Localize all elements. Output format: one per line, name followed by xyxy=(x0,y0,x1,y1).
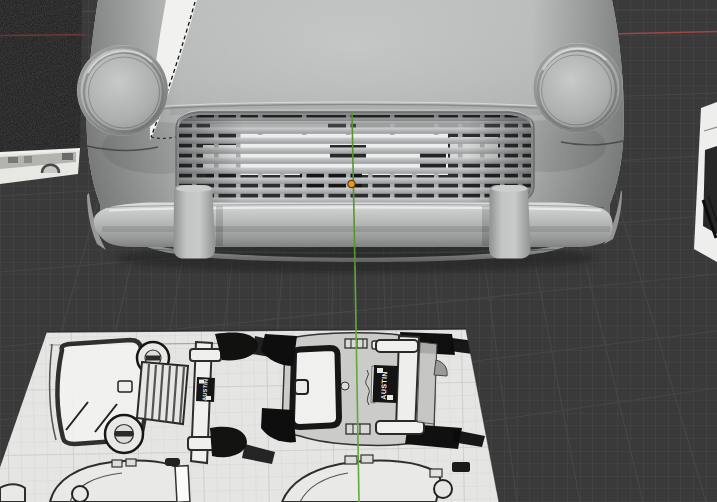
origin-point xyxy=(348,180,355,187)
reference-image-left-dark[interactable] xyxy=(0,0,82,184)
3d-viewport[interactable]: AUSTIN xyxy=(0,0,717,502)
bumper-overrider-right xyxy=(489,185,531,259)
strip-mark xyxy=(62,153,73,160)
headlight-left xyxy=(77,45,168,136)
overrider-shadow xyxy=(216,206,223,246)
strip-mark xyxy=(8,157,18,163)
strip-mark xyxy=(24,156,32,163)
strip-hinge-mark xyxy=(42,165,59,173)
headlight-right xyxy=(533,43,623,133)
rear-plate-text: AUSTIN xyxy=(380,371,388,400)
overrider-shadow xyxy=(482,206,489,246)
reference-image-right-sliver[interactable] xyxy=(694,102,717,262)
reference-sheet[interactable]: AUSTIN xyxy=(0,325,520,502)
grille xyxy=(176,110,536,205)
bumper-overrider-left xyxy=(174,185,216,259)
dark-plane-gridlines-b xyxy=(0,0,82,152)
